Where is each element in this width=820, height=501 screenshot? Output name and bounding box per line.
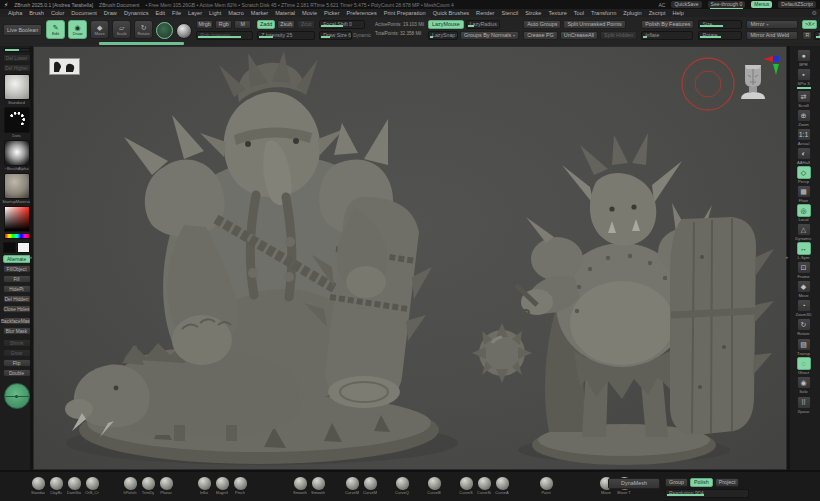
draw-size-slider[interactable]: Draw Size 64 bbox=[319, 31, 352, 40]
right-shelf-button[interactable]: △ Dynamic bbox=[792, 223, 816, 241]
paint-mode-button[interactable]: Mrgb bbox=[196, 20, 213, 29]
menu-item[interactable]: Light bbox=[206, 10, 224, 16]
menu-item[interactable]: Help bbox=[669, 10, 687, 16]
mirror-and-weld-button[interactable]: Mirror And Weld bbox=[746, 31, 798, 40]
right-shelf-button[interactable]: ↻ Rotate bbox=[792, 318, 816, 336]
menu-item[interactable]: Transform bbox=[588, 10, 619, 16]
draw-button[interactable]: ◉Draw bbox=[68, 20, 87, 39]
radial-r-button[interactable]: R bbox=[802, 31, 812, 40]
shelf-thumbnail[interactable]: Standard bbox=[4, 74, 30, 105]
uncrease-all-button[interactable]: UnCreaseAll bbox=[560, 31, 598, 40]
menu-item[interactable]: Edit bbox=[152, 10, 168, 16]
z-intensity-slider[interactable]: Z Intensity 25 bbox=[257, 31, 315, 40]
menu-item[interactable]: Zscript bbox=[646, 10, 669, 16]
menu-item[interactable]: Document bbox=[68, 10, 100, 16]
current-brush-icon[interactable] bbox=[156, 22, 173, 39]
size-slider[interactable]: Size bbox=[698, 20, 742, 29]
menu-item[interactable]: Material bbox=[272, 10, 298, 16]
move-button[interactable]: ◆Move bbox=[90, 20, 109, 39]
brush-thumb[interactable]: CurveM bbox=[362, 477, 378, 495]
rotate-slider[interactable]: Rotate bbox=[698, 31, 742, 40]
dynamic-label[interactable]: Dynamic bbox=[353, 33, 371, 38]
brush-thumb[interactable]: hPolish bbox=[122, 477, 138, 495]
right-shelf-button[interactable]: ▨ Transp bbox=[792, 338, 816, 356]
camera-head-widget[interactable] bbox=[737, 55, 779, 103]
right-shelf-button[interactable]: ⊕ Zoom bbox=[792, 109, 816, 127]
brush-thumb[interactable]: Magnifi bbox=[214, 477, 230, 495]
groups-by-normals-dropdown[interactable]: Groups By Normals bbox=[460, 31, 519, 40]
brush-thumb[interactable]: OrB_Cr bbox=[84, 477, 100, 495]
right-shelf-button[interactable]: ◔ Zoom3D bbox=[792, 299, 816, 317]
right-shelf-button[interactable]: ↔ L.Sym bbox=[792, 242, 816, 260]
right-shelf-button[interactable]: ⊡ Frame bbox=[792, 261, 816, 279]
menu-item[interactable]: Brush bbox=[26, 10, 47, 16]
shelf-button[interactable]: FillObject bbox=[3, 265, 31, 273]
focal-shift-slider[interactable]: Focal Shift 0 bbox=[319, 20, 365, 29]
right-shelf-button[interactable]: ◐ AAHalf bbox=[792, 147, 816, 165]
menus-button[interactable]: Menus bbox=[751, 1, 772, 8]
brush-thumb[interactable]: CurveQ bbox=[394, 477, 410, 495]
brush-thumb[interactable]: Pinch bbox=[232, 477, 248, 495]
lazysnap-slider[interactable]: LazySnap 0 bbox=[428, 31, 458, 40]
axis-button[interactable]: >X< bbox=[802, 20, 817, 29]
brush-thumb[interactable]: TrimDy bbox=[140, 477, 156, 495]
shelf-button[interactable]: Alternate bbox=[3, 255, 31, 263]
menu-item[interactable]: Render bbox=[473, 10, 497, 16]
scale-button[interactable]: ▱Scale bbox=[112, 20, 131, 39]
brush-thumb[interactable]: CurveB bbox=[426, 477, 442, 495]
lazyradius-slider[interactable]: LazyRadius 1 bbox=[466, 20, 500, 29]
hue-strip[interactable] bbox=[4, 234, 30, 239]
menu-item[interactable]: Macro bbox=[225, 10, 247, 16]
menu-item[interactable]: Stroke bbox=[522, 10, 544, 16]
quicksave-button[interactable]: QuickSave bbox=[671, 1, 701, 8]
brush-thumb[interactable]: DamSta bbox=[66, 477, 82, 495]
menu-item[interactable]: Zplugin bbox=[620, 10, 644, 16]
color-picker[interactable] bbox=[4, 206, 30, 232]
right-shelf-button[interactable]: ● BPR bbox=[792, 49, 816, 67]
resolution-slider[interactable]: Resolution 904 bbox=[665, 489, 749, 498]
radial-count-slider[interactable]: RadialCount bbox=[814, 31, 820, 40]
main-color-swatch[interactable] bbox=[3, 242, 16, 253]
document-preview-thumbnail[interactable] bbox=[49, 58, 80, 75]
right-shelf-button[interactable]: ◎ Local bbox=[792, 204, 816, 222]
sculpt-mode-button[interactable]: Zadd bbox=[257, 20, 275, 29]
crease-pg-button[interactable]: Crease PG bbox=[523, 31, 558, 40]
split-hidden-button[interactable]: Split Hidden bbox=[600, 31, 637, 40]
shelf-button[interactable]: Double bbox=[3, 369, 31, 377]
menu-item[interactable]: Stencil bbox=[498, 10, 521, 16]
menu-item[interactable]: Dynamics bbox=[121, 10, 152, 16]
shelf-thumbnail[interactable]: Dots bbox=[4, 107, 30, 138]
project-button[interactable]: Project bbox=[715, 478, 740, 487]
menu-item[interactable]: Preferences bbox=[344, 10, 380, 16]
brush-thumb[interactable]: Smooth bbox=[292, 477, 308, 495]
shelf-button[interactable]: Del Hidden bbox=[3, 295, 31, 303]
gear-icon[interactable]: ⚙ bbox=[812, 9, 817, 16]
menu-item[interactable]: Print Preparation bbox=[381, 10, 429, 16]
group-button[interactable]: Group bbox=[665, 478, 688, 487]
right-shelf-button[interactable]: 1:1 Actual bbox=[792, 128, 816, 146]
rgb-intensity-slider[interactable]: Rgb Intensity bbox=[196, 31, 253, 40]
shelf-button[interactable]: Fill bbox=[3, 275, 31, 283]
brush-thumb[interactable]: Inflat bbox=[196, 477, 212, 495]
menu-item[interactable]: Tool bbox=[571, 10, 587, 16]
menu-item[interactable]: Layer bbox=[185, 10, 205, 16]
brush-thumb[interactable]: CurveM bbox=[344, 477, 360, 495]
shelf-button[interactable]: BackfaceMask bbox=[3, 317, 31, 325]
see-through-slider[interactable]: See-through 0 bbox=[708, 1, 746, 8]
menu-item[interactable]: Color bbox=[48, 10, 67, 16]
shelf-button[interactable]: Close Holes bbox=[3, 305, 31, 313]
menu-item[interactable]: Picker bbox=[321, 10, 343, 16]
sculpt-mode-button[interactable]: Zsub bbox=[277, 20, 295, 29]
auto-groups-button[interactable]: Auto Groups bbox=[523, 20, 561, 29]
live-boolean-button[interactable]: Live Boolean bbox=[3, 24, 42, 36]
paint-mode-button[interactable]: M bbox=[234, 20, 251, 29]
rotate-button[interactable]: ↻Rotate bbox=[134, 20, 153, 39]
paint-mode-button[interactable]: Rgb bbox=[215, 20, 232, 29]
menu-item[interactable]: Movie bbox=[299, 10, 320, 16]
gyro-widget[interactable] bbox=[4, 383, 30, 409]
shelf-thumbnail[interactable]: ~BrushAlpha bbox=[4, 140, 30, 171]
menu-item[interactable]: Texture bbox=[545, 10, 569, 16]
right-shelf-button[interactable]: ⇄ Scroll bbox=[792, 90, 816, 108]
lazymouse-button[interactable]: LazyMouse bbox=[428, 20, 464, 29]
default-zscript-button[interactable]: DefaultZScript bbox=[778, 1, 816, 8]
